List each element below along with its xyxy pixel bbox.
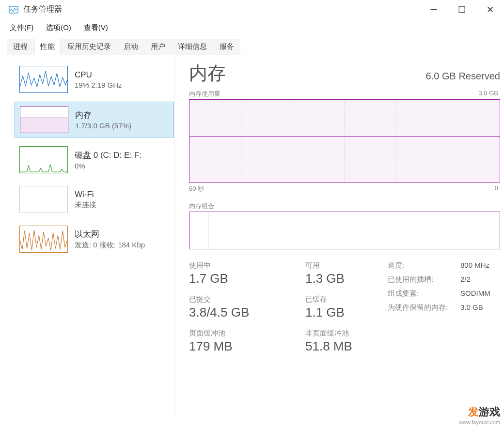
cpu-thumbnail-graph [19, 66, 68, 93]
available-label: 可用 [305, 261, 368, 270]
watermark: 发游戏 www.fayouxi.com [459, 405, 500, 425]
speed-value: 800 MHz [460, 261, 489, 270]
committed-value: 3.8/4.5 GB [189, 305, 286, 320]
window-title: 任务管理器 [23, 4, 62, 15]
minimize-button[interactable]: ─ [420, 0, 448, 19]
form-value: SODIMM [460, 289, 490, 298]
memory-reserved: 6.0 GB Reserved [426, 71, 500, 82]
menu-view[interactable]: 查看(V) [81, 22, 111, 33]
wifi-subtitle: 未连接 [75, 200, 96, 210]
composition-label: 内存组合 [189, 202, 214, 211]
memory-stats: 使用中 1.7 GB 已提交 3.8/4.5 GB 页面缓冲池 179 MB 可… [189, 261, 500, 363]
ethernet-subtitle: 发送: 0 接收: 184 Kbp [75, 241, 145, 250]
wifi-thumbnail-graph [19, 186, 68, 213]
memory-usage-chart[interactable] [189, 99, 500, 183]
tab-performance[interactable]: 性能 [34, 39, 61, 55]
sidebar-item-memory[interactable]: 内存 1.7/3.0 GB (57%) [15, 102, 174, 137]
watermark-url: www.fayouxi.com [459, 419, 500, 425]
available-value: 1.3 GB [305, 271, 368, 286]
memory-thumbnail-graph [20, 106, 68, 133]
timeline-right: 0 [495, 184, 498, 193]
performance-sidebar: CPU 19% 2.19 GHz 内存 1.7/3.0 GB (57%) 磁盘 … [0, 55, 174, 416]
close-button[interactable]: ✕ [476, 0, 504, 19]
sidebar-item-wifi[interactable]: Wi-Fi 未连接 [15, 182, 174, 217]
slots-label: 已使用的插槽: [388, 275, 460, 284]
tab-services[interactable]: 服务 [213, 39, 240, 55]
cached-value: 1.1 GB [305, 305, 368, 320]
memory-title: 内存 [75, 109, 131, 121]
timeline-left: 60 秒 [189, 184, 204, 193]
tab-users[interactable]: 用户 [144, 39, 172, 55]
hw-reserved-value: 3.0 GB [460, 303, 483, 312]
in-use-value: 1.7 GB [189, 271, 286, 286]
menu-options[interactable]: 选项(O) [43, 22, 74, 33]
nonpaged-label: 非页面缓冲池 [305, 329, 368, 338]
memory-subtitle: 1.7/3.0 GB (57%) [75, 122, 131, 130]
disk-thumbnail-graph [19, 146, 68, 173]
tab-history[interactable]: 应用历史记录 [61, 39, 117, 55]
in-use-label: 使用中 [189, 261, 286, 270]
nonpaged-value: 51.8 MB [305, 339, 368, 354]
hw-reserved-label: 为硬件保留的内存: [388, 303, 460, 312]
memory-composition-chart[interactable] [189, 212, 500, 249]
cpu-subtitle: 19% 2.19 GHz [75, 81, 122, 89]
speed-label: 速度: [388, 261, 460, 270]
disk-title: 磁盘 0 (C: D: E: F: [75, 150, 142, 161]
ethernet-thumbnail-graph [19, 226, 68, 253]
task-manager-icon [9, 5, 18, 15]
tab-startup[interactable]: 启动 [117, 39, 144, 55]
cached-label: 已缓存 [305, 295, 368, 304]
tabbar: 进程 性能 应用历史记录 启动 用户 详细信息 服务 [0, 38, 504, 55]
memory-detail-panel: 内存 6.0 GB Reserved 内存使用量 3.0 GB 60 秒 0 内… [174, 55, 504, 416]
window-controls: ─ ☐ ✕ [420, 0, 504, 19]
tab-details[interactable]: 详细信息 [172, 39, 213, 55]
sidebar-item-disk[interactable]: 磁盘 0 (C: D: E: F: 0% [15, 142, 174, 177]
sidebar-item-cpu[interactable]: CPU 19% 2.19 GHz [15, 62, 174, 97]
usage-chart-label: 内存使用量 [189, 90, 220, 98]
content-area: CPU 19% 2.19 GHz 内存 1.7/3.0 GB (57%) 磁盘 … [0, 55, 504, 416]
form-label: 组成要素: [388, 289, 460, 298]
menubar: 文件(F) 选项(O) 查看(V) [0, 19, 504, 38]
sidebar-item-ethernet[interactable]: 以太网 发送: 0 接收: 184 Kbp [15, 222, 174, 257]
maximize-button[interactable]: ☐ [448, 0, 476, 19]
usage-chart-max: 3.0 GB [479, 90, 498, 98]
tab-processes[interactable]: 进程 [7, 39, 34, 55]
committed-label: 已提交 [189, 295, 286, 304]
wifi-title: Wi-Fi [75, 190, 96, 199]
menu-file[interactable]: 文件(F) [7, 22, 36, 33]
page-title: 内存 [189, 61, 226, 86]
paged-value: 179 MB [189, 339, 286, 354]
cpu-title: CPU [75, 70, 122, 80]
paged-label: 页面缓冲池 [189, 329, 286, 338]
titlebar: 任务管理器 ─ ☐ ✕ [0, 0, 504, 19]
disk-subtitle: 0% [75, 162, 142, 170]
slots-value: 2/2 [460, 275, 471, 284]
ethernet-title: 以太网 [75, 229, 145, 240]
